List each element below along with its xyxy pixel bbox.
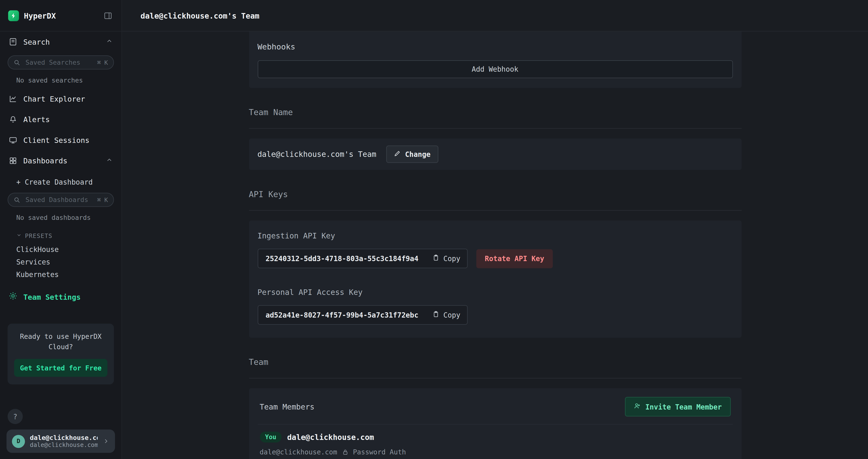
- chevron-up-icon[interactable]: [106, 37, 113, 46]
- monitor-icon: [9, 136, 18, 145]
- help-button[interactable]: ?: [8, 409, 23, 424]
- sidebar-item-team-settings[interactable]: Team Settings: [0, 284, 122, 310]
- saved-searches-search[interactable]: ⌘ K: [8, 56, 114, 70]
- sidebar-bottom: ? D dale@clickhouse.com dale@clickhouse.…: [0, 409, 122, 459]
- add-webhook-button[interactable]: Add Webhook: [257, 60, 733, 78]
- no-saved-searches-text: No saved searches: [0, 69, 122, 89]
- chart-explorer-icon: [9, 95, 18, 103]
- saved-dashboards-input[interactable]: [24, 196, 93, 204]
- webhooks-title: Webhooks: [257, 42, 733, 51]
- chevron-right-icon: [102, 438, 110, 445]
- personal-key-box: ad52a41e-8027-4f57-99b4-5a7c31f72ebc Cop…: [257, 305, 467, 325]
- sidebar-item-alerts[interactable]: Alerts: [0, 109, 122, 130]
- bell-icon: [9, 115, 18, 124]
- team-name-value: dale@clickhouse.com's Team: [257, 150, 376, 159]
- invite-team-member-button[interactable]: Invite Team Member: [625, 397, 731, 417]
- sidebar-header: HyperDX: [0, 0, 122, 32]
- sidebar-item-client-sessions[interactable]: Client Sessions: [0, 130, 122, 151]
- sidebar-item-label: Client Sessions: [23, 136, 113, 145]
- get-started-button[interactable]: Get Started for Free: [14, 359, 107, 377]
- sidebar-item-chart-explorer[interactable]: Chart Explorer: [0, 89, 122, 109]
- saved-dashboards-shortcut: ⌘ K: [97, 196, 108, 203]
- promo-text: Ready to use HyperDX Cloud?: [14, 331, 107, 352]
- sidebar-item-label: Alerts: [23, 115, 113, 124]
- section-divider: [249, 378, 741, 378]
- copy-personal-key-button[interactable]: Copy: [426, 306, 467, 324]
- team-name-card: dale@clickhouse.com's Team Change: [249, 139, 741, 170]
- settings-content: Webhooks Add Webhook Team Name dale@clic…: [122, 32, 868, 459]
- user-name: dale@clickhouse.com: [30, 434, 98, 441]
- pencil-icon: [394, 150, 401, 159]
- clipboard-icon: [433, 311, 439, 319]
- member-identity: You dale@clickhouse.com: [260, 432, 731, 442]
- person-plus-icon: [633, 402, 641, 411]
- brand-name: HyperDX: [24, 11, 56, 20]
- presets-toggle[interactable]: PRESETS: [0, 226, 122, 243]
- sidebar-item-dashboards[interactable]: Dashboards: [0, 150, 122, 171]
- hyperdx-logo-icon: [8, 10, 19, 21]
- api-keys-card: Ingestion API Key 25240312-5dd3-4718-803…: [249, 221, 741, 338]
- section-divider: [249, 128, 741, 128]
- search-section-icon: [9, 37, 18, 46]
- you-badge: You: [260, 432, 282, 442]
- ingestion-key-row: 25240312-5dd3-4718-803a-55c3c184f9a4 Cop…: [257, 249, 733, 268]
- rotate-api-key-button[interactable]: Rotate API Key: [476, 249, 553, 268]
- ingestion-key-value: 25240312-5dd3-4718-803a-55c3c184f9a4: [258, 250, 426, 267]
- preset-item-clickhouse[interactable]: ClickHouse: [0, 243, 122, 256]
- user-meta: dale@clickhouse.com dale@clickhouse.com'…: [30, 434, 98, 449]
- team-name-section-title: Team Name: [249, 108, 741, 117]
- team-members-header: Team Members Invite Team Member: [257, 396, 733, 424]
- chevron-down-icon: [17, 232, 22, 239]
- avatar: D: [12, 435, 25, 448]
- copy-button-label: Copy: [443, 311, 460, 319]
- member-auth-method: Password Auth: [353, 448, 406, 456]
- sidebar-collapse-icon[interactable]: [102, 10, 113, 21]
- dashboards-grid-icon: [9, 156, 18, 165]
- team-section-title: Team: [249, 357, 741, 367]
- saved-searches-shortcut: ⌘ K: [97, 59, 108, 66]
- change-button-label: Change: [405, 150, 431, 158]
- saved-searches-input[interactable]: [24, 58, 93, 67]
- create-dashboard-button[interactable]: + Create Dashboard: [0, 171, 122, 190]
- sidebar-item-label: Dashboards: [23, 156, 100, 165]
- presets-label: PRESETS: [25, 232, 53, 239]
- personal-key-label: Personal API Access Key: [257, 288, 733, 296]
- copy-ingestion-key-button[interactable]: Copy: [426, 249, 467, 268]
- section-divider: [249, 210, 741, 211]
- ingestion-key-label: Ingestion API Key: [257, 231, 733, 240]
- copy-button-label: Copy: [443, 254, 460, 263]
- gear-icon: [9, 291, 18, 302]
- change-team-name-button[interactable]: Change: [386, 145, 438, 163]
- chevron-up-icon[interactable]: [106, 156, 113, 165]
- api-keys-section-title: API Keys: [249, 190, 741, 199]
- app-window: HyperDX Search ⌘ K No saved searches: [0, 0, 868, 459]
- saved-dashboards-search[interactable]: ⌘ K: [8, 193, 114, 207]
- page-header: dale@clickhouse.com's Team: [122, 0, 868, 32]
- member-details: dale@clickhouse.com Password Auth: [260, 448, 731, 456]
- preset-item-kubernetes[interactable]: Kubernetes: [0, 268, 122, 281]
- brand: HyperDX: [8, 10, 56, 21]
- page-title: dale@clickhouse.com's Team: [141, 11, 259, 20]
- team-member-row: You dale@clickhouse.com dale@clickhouse.…: [257, 424, 733, 458]
- invite-button-label: Invite Team Member: [646, 403, 722, 411]
- search-icon: [13, 196, 21, 203]
- lock-icon: [341, 449, 348, 456]
- main-area: dale@clickhouse.com's Team Webhooks Add …: [122, 0, 868, 459]
- preset-item-services[interactable]: Services: [0, 256, 122, 268]
- search-section-label: Search: [23, 37, 100, 46]
- personal-key-value: ad52a41e-8027-4f57-99b4-5a7c31f72ebc: [258, 306, 426, 324]
- user-team-name: dale@clickhouse.com's: [30, 441, 98, 449]
- clipboard-icon: [433, 254, 439, 263]
- no-saved-dashboards-text: No saved dashboards: [0, 207, 122, 226]
- team-members-title: Team Members: [260, 402, 315, 411]
- team-members-card: Team Members Invite Team Member You dale…: [249, 388, 741, 459]
- sidebar-item-label: Chart Explorer: [23, 95, 113, 103]
- user-menu[interactable]: D dale@clickhouse.com dale@clickhouse.co…: [6, 430, 115, 453]
- member-name: dale@clickhouse.com: [287, 433, 374, 441]
- webhooks-card: Webhooks Add Webhook: [249, 32, 741, 88]
- member-email: dale@clickhouse.com: [260, 448, 337, 456]
- ingestion-key-box: 25240312-5dd3-4718-803a-55c3c184f9a4 Cop…: [257, 249, 467, 268]
- search-icon: [13, 59, 21, 66]
- sidebar: HyperDX Search ⌘ K No saved searches: [0, 0, 122, 459]
- sidebar-section-search[interactable]: Search: [0, 32, 122, 52]
